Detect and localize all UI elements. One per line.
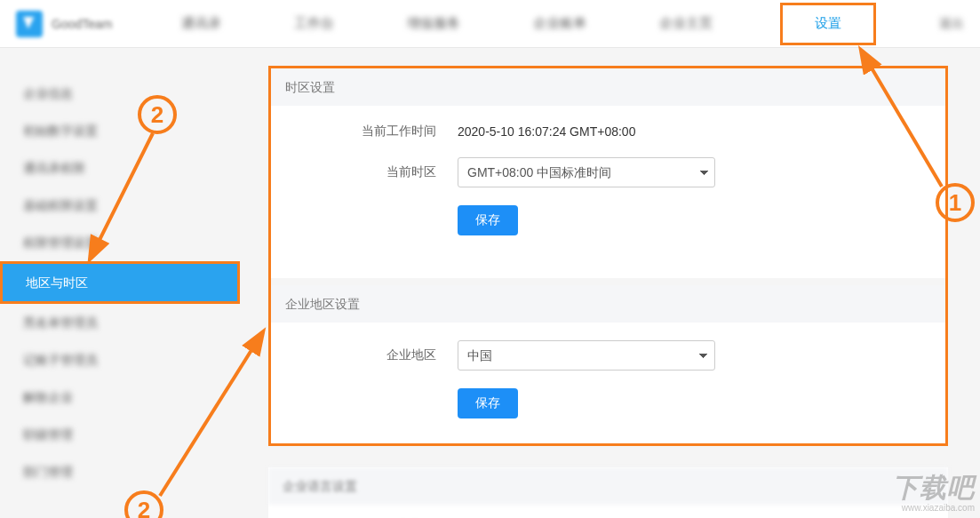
sidebar-item-region-timezone[interactable]: 地区与时区 — [3, 264, 237, 301]
region-select[interactable]: 中国 — [458, 340, 715, 371]
annotation-circle-2-top: 2 — [138, 95, 177, 134]
region-panel: 企业地区设置 企业地区 中国 保存 — [271, 285, 945, 443]
annotation-circle-1: 1 — [936, 183, 975, 222]
logo-icon — [16, 11, 43, 37]
sidebar-item-rank-mgmt[interactable]: 职级管理 — [0, 416, 240, 453]
current-tz-label: 当前时区 — [298, 164, 458, 180]
logout[interactable]: 退出 — [939, 16, 980, 32]
timezone-panel-title: 时区设置 — [271, 68, 945, 106]
nav-billing[interactable]: 企业账单 — [528, 15, 592, 32]
sidebar-item-company-info[interactable]: 企业信息 — [0, 75, 240, 112]
nav-vas[interactable]: 增值服务 — [402, 15, 466, 32]
sidebar-item-dissolve[interactable]: 解散企业 — [0, 379, 240, 416]
watermark-url: www.xiazaiba.com — [892, 503, 975, 513]
watermark: 下载吧 www.xiazaiba.com — [892, 470, 975, 513]
topbar-left: GoodTeam — [0, 11, 112, 37]
sidebar-item-blacklist-admin[interactable]: 黑名单管理员 — [0, 304, 240, 341]
sidebar-item-accounting-admin[interactable]: 记账子管理员 — [0, 341, 240, 379]
sidebar-item-perm-mgmt[interactable]: 权限管理设置 — [0, 224, 240, 261]
current-work-time-value: 2020-5-10 16:07:24 GMT+08:00 — [458, 124, 919, 139]
top-nav: 通讯录 工作台 增值服务 企业账单 企业主页 设置 — [112, 3, 939, 45]
nav-settings-highlight: 设置 — [780, 3, 876, 45]
current-work-time-label: 当前工作时间 — [298, 124, 458, 139]
nav-settings[interactable]: 设置 — [809, 0, 847, 48]
main: 时区设置 当前工作时间 2020-5-10 16:07:24 GMT+08:00… — [240, 57, 980, 518]
region-panel-title: 企业地区设置 — [271, 285, 945, 323]
language-panel-title: 企业语言设置 — [268, 467, 948, 505]
sidebar-item-contacts-perm[interactable]: 通讯录权限 — [0, 149, 240, 187]
sidebar: 企业信息 初始数字设置 通讯录权限 基础权限设置 权限管理设置 地区与时区 黑名… — [0, 57, 240, 518]
watermark-text: 下载吧 — [892, 470, 975, 506]
sidebar-item-basic-perm[interactable]: 基础权限设置 — [0, 187, 240, 224]
language-panel: 企业语言设置 企业语言 简体中文 — [268, 467, 948, 518]
topbar: GoodTeam 通讯录 工作台 增值服务 企业账单 企业主页 设置 退出 — [0, 0, 980, 48]
brand-name: GoodTeam — [52, 17, 112, 31]
save-region-button[interactable]: 保存 — [458, 388, 518, 418]
settings-highlight-box: 时区设置 当前工作时间 2020-5-10 16:07:24 GMT+08:00… — [268, 66, 948, 446]
timezone-select[interactable]: GMT+08:00 中国标准时间 — [458, 157, 715, 187]
sidebar-active-highlight: 地区与时区 — [0, 261, 240, 304]
nav-contacts[interactable]: 通讯录 — [176, 15, 227, 32]
timezone-panel: 时区设置 当前工作时间 2020-5-10 16:07:24 GMT+08:00… — [271, 68, 945, 278]
nav-homepage[interactable]: 企业主页 — [654, 15, 718, 32]
sidebar-item-initial-digits[interactable]: 初始数字设置 — [0, 112, 240, 149]
sidebar-item-dept-mgmt[interactable]: 部门管理 — [0, 453, 240, 490]
save-timezone-button[interactable]: 保存 — [458, 205, 518, 235]
nav-workbench[interactable]: 工作台 — [289, 15, 339, 32]
region-label: 企业地区 — [298, 347, 458, 363]
